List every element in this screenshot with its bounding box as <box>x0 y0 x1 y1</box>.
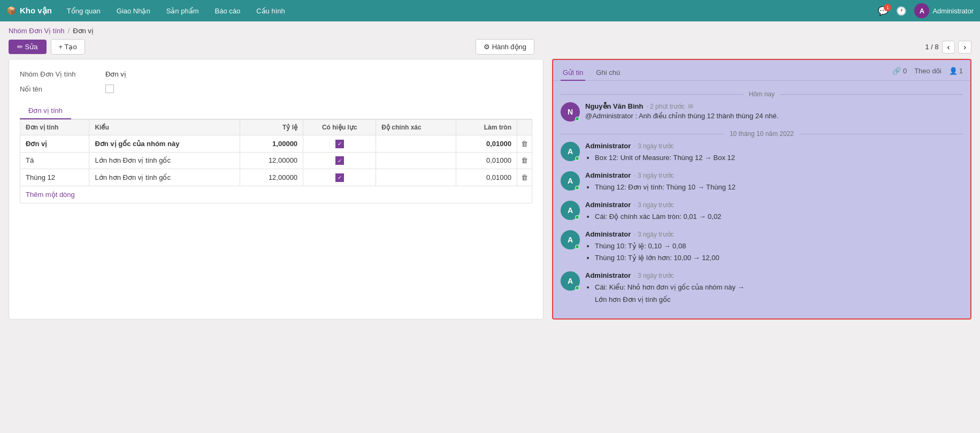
message-body-1: Nguyễn Văn Bình · 2 phút trước ✉ @Admini… <box>585 102 963 121</box>
table-row: Tá Lớn hơn Đơn vị tính gốc 12,00000 ✓ 0,… <box>20 152 532 169</box>
tab-bar: Đơn vị tính <box>20 103 532 119</box>
logo-icon: 📦 <box>6 6 17 16</box>
link-count[interactable]: 🔗 0 <box>892 67 907 75</box>
avatar-admin-3: A <box>561 171 580 191</box>
checkbox-checked-2[interactable]: ✓ <box>335 156 344 165</box>
online-dot <box>575 117 579 121</box>
cell-dochinhxac-2 <box>376 152 456 169</box>
list-item: Box 12: Unit of Measure: Thùng 12 → Box … <box>595 152 963 164</box>
col-cohieuluc: Có hiệu lực <box>303 120 376 135</box>
form-panel: Nhóm Đơn Vị tính Đơn vị Nối tên Đơn vị t… <box>9 59 543 320</box>
pager-text: 1 / 8 <box>925 43 938 51</box>
breadcrumb: Nhóm Đơn Vị tính / Đơn vị <box>0 21 980 36</box>
logo-text: Kho vận <box>20 6 52 16</box>
edit-button[interactable]: ✏ Sửa <box>9 40 47 54</box>
online-dot <box>575 286 579 290</box>
form-row-nhomdonvitinh: Nhóm Đơn Vị tính Đơn vị <box>20 70 532 78</box>
chatter-message: A Administrator · 3 ngày trước Cái: Kiểu… <box>561 271 963 305</box>
cell-kieu-1: Đơn vị gốc của nhóm này <box>89 135 240 153</box>
message-body-5: Administrator · 3 ngày trước Thùng 10: T… <box>585 230 963 264</box>
avatar-nguyenvanbinh: N <box>561 102 580 121</box>
time-5: · 3 ngày trước <box>634 231 673 238</box>
chatter-tab-right: 🔗 0 Theo dõi 👤 1 <box>892 67 963 79</box>
cell-cohieuluc-3: ✓ <box>303 169 376 186</box>
time-4: · 3 ngày trước <box>634 201 673 209</box>
sender-name-6: Administrator <box>585 271 631 279</box>
checkbox-noiten[interactable] <box>105 85 114 93</box>
cell-tyle-3: 12,00000 <box>240 169 303 186</box>
message-body-6: Administrator · 3 ngày trước Cái: Kiểu: … <box>585 271 963 305</box>
menu-item-cauhinh[interactable]: Cấu hình <box>249 4 293 18</box>
follower-icon: 👤 <box>949 67 958 75</box>
col-action <box>517 120 532 135</box>
list-item: Thùng 12: Đơn vị tính: Thùng 10 → Thùng … <box>595 181 963 193</box>
message-body-2: Administrator · 3 ngày trước Box 12: Uni… <box>585 142 963 164</box>
add-row-label[interactable]: Thêm một dòng <box>20 186 532 203</box>
chatter-message: A Administrator · 3 ngày trước Thùng 10:… <box>561 230 963 264</box>
cell-dochinhxac-3 <box>376 169 456 186</box>
cell-lamtron-2: 0,01000 <box>456 152 517 169</box>
cell-lamtron-3: 0,01000 <box>456 169 517 186</box>
col-lamtron: Làm tròn <box>456 120 517 135</box>
chatter-message: A Administrator · 3 ngày trước Thùng 12:… <box>561 171 963 193</box>
cell-cohieuluc-1: ✓ <box>303 135 376 153</box>
sender-name-3: Administrator <box>585 171 631 179</box>
cell-delete-2[interactable]: 🗑 <box>517 152 532 169</box>
online-dot <box>575 186 579 190</box>
menu-item-tongquan[interactable]: Tổng quan <box>59 4 108 18</box>
form-fields: Nhóm Đơn Vị tính Đơn vị Nối tên <box>20 70 532 93</box>
action-button[interactable]: ⚙ Hành động <box>476 39 534 55</box>
checkbox-checked-3[interactable]: ✓ <box>335 173 344 182</box>
notification-icon[interactable]: 💬 1 <box>878 6 889 16</box>
toolbar: ✏ Sửa + Tạo ⚙ Hành động 1 / 8 ‹ › <box>0 36 980 59</box>
message-list-6: Cái: Kiểu: Nhỏ hơn đơn vị gốc của nhóm n… <box>585 282 963 305</box>
menu-item-giaonhan[interactable]: Giao Nhận <box>109 4 158 18</box>
breadcrumb-separator: / <box>68 27 70 35</box>
cell-dochinhxac-1 <box>376 135 456 153</box>
topnav-menu: Tổng quan Giao Nhận Sản phẩm Báo cáo Cấu… <box>59 4 876 18</box>
cell-donvitinh-2: Tá <box>20 152 89 169</box>
follower-count[interactable]: 👤 1 <box>949 67 963 75</box>
app-logo[interactable]: 📦 Kho vận <box>6 6 52 16</box>
pager-prev[interactable]: ‹ <box>942 41 955 54</box>
form-row-noiten: Nối tên <box>20 85 532 93</box>
value-nhomdonvitinh: Đơn vị <box>105 70 126 78</box>
user-menu[interactable]: A Administrator <box>914 3 974 18</box>
cell-delete-3[interactable]: 🗑 <box>517 169 532 186</box>
tab-donvitinh[interactable]: Đơn vị tính <box>20 103 71 119</box>
avatar-admin-5: A <box>561 230 580 249</box>
menu-item-sanpham[interactable]: Sản phẩm <box>159 4 206 18</box>
cell-tyle-1: 1,00000 <box>240 135 303 153</box>
tab-ghichu[interactable]: Ghi chú <box>594 65 622 81</box>
list-item: Thùng 10: Tỷ lệ: 0,10 → 0,08 <box>595 240 963 252</box>
chatter-message: A Administrator · 3 ngày trước Box 12: U… <box>561 142 963 164</box>
cell-lamtron-1: 0,01000 <box>456 135 517 153</box>
message-body-3: Administrator · 3 ngày trước Thùng 12: Đ… <box>585 171 963 193</box>
date-separator-today: Hôm nay <box>561 90 963 98</box>
menu-item-baocao[interactable]: Báo cáo <box>208 4 248 18</box>
clock-icon[interactable]: 🕐 <box>896 6 907 16</box>
pager-next[interactable]: › <box>958 41 971 54</box>
breadcrumb-parent[interactable]: Nhóm Đơn Vị tính <box>9 27 65 35</box>
sender-name-5: Administrator <box>585 230 631 238</box>
create-button[interactable]: + Tạo <box>51 39 85 55</box>
chatter-message: A Administrator · 3 ngày trước Cái: Độ c… <box>561 201 963 223</box>
cell-tyle-2: 12,00000 <box>240 152 303 169</box>
cell-donvitinh-1: Đơn vị <box>20 135 89 153</box>
chatter-message: N Nguyễn Văn Bình · 2 phút trước ✉ @Admi… <box>561 102 963 121</box>
col-tyle: Tỷ lệ <box>240 120 303 135</box>
main-layout: Nhóm Đơn Vị tính Đơn vị Nối tên Đơn vị t… <box>0 59 980 328</box>
tab-guitin[interactable]: Gửi tin <box>561 65 585 81</box>
email-icon-1: ✉ <box>688 103 693 110</box>
pager: 1 / 8 ‹ › <box>925 41 971 54</box>
table-row: Thùng 12 Lớn hơn Đơn vị tính gốc 12,0000… <box>20 169 532 186</box>
online-dot <box>575 245 579 249</box>
col-dochinhxac: Độ chính xác <box>376 120 456 135</box>
cell-delete-1[interactable]: 🗑 <box>517 135 532 153</box>
avatar-admin-2: A <box>561 142 580 161</box>
checkbox-checked-1[interactable]: ✓ <box>335 140 344 148</box>
link-icon: 🔗 <box>892 67 901 75</box>
add-row-trigger[interactable]: Thêm một dòng <box>20 186 532 203</box>
follow-button[interactable]: Theo dõi <box>914 67 941 75</box>
chatter-panel: Gửi tin Ghi chú 🔗 0 Theo dõi 👤 1 Hôm nay <box>552 59 971 320</box>
